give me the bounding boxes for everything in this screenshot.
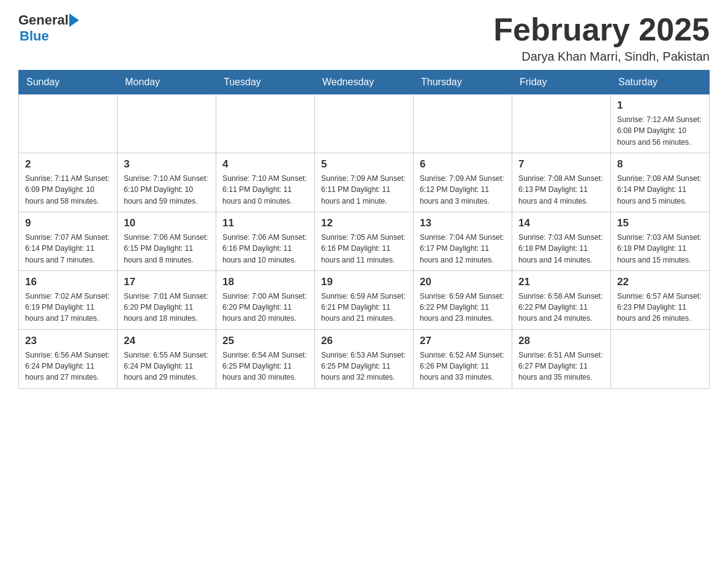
calendar-cell-w3-d2: 18Sunrise: 7:00 AM Sunset: 6:20 PM Dayli…: [216, 270, 315, 329]
day-info: Sunrise: 7:00 AM Sunset: 6:20 PM Dayligh…: [222, 291, 308, 324]
day-info: Sunrise: 7:07 AM Sunset: 6:14 PM Dayligh…: [25, 232, 111, 266]
calendar-cell-w1-d3: 5Sunrise: 7:09 AM Sunset: 6:11 PM Daylig…: [315, 153, 414, 212]
day-header-wednesday: Wednesday: [315, 71, 414, 94]
day-number: 8: [617, 158, 703, 170]
calendar-cell-w2-d4: 13Sunrise: 7:04 AM Sunset: 6:17 PM Dayli…: [414, 212, 512, 270]
day-header-saturday: Saturday: [611, 71, 710, 94]
calendar-cell-w2-d5: 14Sunrise: 7:03 AM Sunset: 6:18 PM Dayli…: [512, 212, 611, 270]
day-number: 20: [420, 276, 506, 288]
day-info: Sunrise: 7:09 AM Sunset: 6:12 PM Dayligh…: [420, 173, 506, 207]
day-info: Sunrise: 6:59 AM Sunset: 6:22 PM Dayligh…: [420, 291, 506, 324]
calendar-cell-w2-d1: 10Sunrise: 7:06 AM Sunset: 6:15 PM Dayli…: [118, 212, 216, 270]
calendar-cell-w3-d0: 16Sunrise: 7:02 AM Sunset: 6:19 PM Dayli…: [19, 270, 118, 329]
calendar-cell-w1-d4: 6Sunrise: 7:09 AM Sunset: 6:12 PM Daylig…: [414, 153, 512, 212]
day-number: 12: [321, 217, 407, 229]
calendar-cell-w1-d6: 8Sunrise: 7:08 AM Sunset: 6:14 PM Daylig…: [611, 153, 710, 212]
day-info: Sunrise: 7:10 AM Sunset: 6:11 PM Dayligh…: [222, 173, 308, 207]
day-number: 15: [617, 217, 703, 229]
day-number: 4: [222, 158, 308, 170]
day-info: Sunrise: 7:09 AM Sunset: 6:11 PM Dayligh…: [321, 173, 407, 207]
day-number: 1: [617, 99, 703, 112]
day-number: 11: [222, 217, 308, 229]
calendar-cell-w1-d2: 4Sunrise: 7:10 AM Sunset: 6:11 PM Daylig…: [216, 153, 315, 212]
day-number: 5: [321, 158, 407, 170]
day-number: 24: [124, 335, 210, 347]
day-info: Sunrise: 6:52 AM Sunset: 6:26 PM Dayligh…: [420, 350, 506, 383]
day-info: Sunrise: 7:04 AM Sunset: 6:17 PM Dayligh…: [420, 232, 506, 266]
day-number: 21: [518, 276, 604, 288]
day-info: Sunrise: 6:56 AM Sunset: 6:24 PM Dayligh…: [25, 350, 111, 383]
page-header: General Blue February 2025 Darya Khan Ma…: [18, 12, 710, 64]
day-number: 13: [420, 217, 506, 229]
day-info: Sunrise: 7:12 AM Sunset: 6:08 PM Dayligh…: [617, 114, 703, 148]
calendar-week-1: 2Sunrise: 7:11 AM Sunset: 6:09 PM Daylig…: [19, 153, 710, 212]
calendar-cell-w1-d5: 7Sunrise: 7:08 AM Sunset: 6:13 PM Daylig…: [512, 153, 611, 212]
logo-arrow-icon: [69, 13, 79, 27]
calendar-cell-w2-d3: 12Sunrise: 7:05 AM Sunset: 6:16 PM Dayli…: [315, 212, 414, 270]
day-number: 23: [25, 335, 111, 347]
calendar-cell-w3-d3: 19Sunrise: 6:59 AM Sunset: 6:21 PM Dayli…: [315, 270, 414, 329]
calendar-cell-w1-d1: 3Sunrise: 7:10 AM Sunset: 6:10 PM Daylig…: [118, 153, 216, 212]
calendar-header: SundayMondayTuesdayWednesdayThursdayFrid…: [19, 71, 710, 94]
logo: General Blue: [18, 12, 79, 44]
calendar-week-4: 23Sunrise: 6:56 AM Sunset: 6:24 PM Dayli…: [19, 329, 710, 388]
calendar-cell-w4-d4: 27Sunrise: 6:52 AM Sunset: 6:26 PM Dayli…: [414, 329, 512, 388]
day-number: 16: [25, 276, 111, 288]
calendar-cell-w4-d2: 25Sunrise: 6:54 AM Sunset: 6:25 PM Dayli…: [216, 329, 315, 388]
day-info: Sunrise: 7:11 AM Sunset: 6:09 PM Dayligh…: [25, 173, 111, 207]
day-number: 9: [25, 217, 111, 229]
day-number: 2: [25, 158, 111, 170]
logo-general: General: [18, 12, 69, 28]
title-section: February 2025 Darya Khan Marri, Sindh, P…: [493, 12, 710, 64]
day-info: Sunrise: 7:08 AM Sunset: 6:13 PM Dayligh…: [518, 173, 604, 207]
calendar-cell-w2-d0: 9Sunrise: 7:07 AM Sunset: 6:14 PM Daylig…: [19, 212, 118, 270]
calendar-cell-w2-d2: 11Sunrise: 7:06 AM Sunset: 6:16 PM Dayli…: [216, 212, 315, 270]
calendar-week-2: 9Sunrise: 7:07 AM Sunset: 6:14 PM Daylig…: [19, 212, 710, 270]
calendar-cell-w3-d5: 21Sunrise: 6:58 AM Sunset: 6:22 PM Dayli…: [512, 270, 611, 329]
day-info: Sunrise: 7:06 AM Sunset: 6:16 PM Dayligh…: [222, 232, 308, 266]
day-number: 14: [518, 217, 604, 229]
calendar-cell-w1-d0: 2Sunrise: 7:11 AM Sunset: 6:09 PM Daylig…: [19, 153, 118, 212]
calendar-cell-w3-d4: 20Sunrise: 6:59 AM Sunset: 6:22 PM Dayli…: [414, 270, 512, 329]
day-header-monday: Monday: [118, 71, 216, 94]
calendar-cell-w2-d6: 15Sunrise: 7:03 AM Sunset: 6:18 PM Dayli…: [611, 212, 710, 270]
calendar-cell-w3-d6: 22Sunrise: 6:57 AM Sunset: 6:23 PM Dayli…: [611, 270, 710, 329]
day-number: 17: [124, 276, 210, 288]
calendar-cell-w0-d2: [216, 94, 315, 153]
day-number: 26: [321, 335, 407, 347]
calendar-cell-w4-d5: 28Sunrise: 6:51 AM Sunset: 6:27 PM Dayli…: [512, 329, 611, 388]
day-number: 10: [124, 217, 210, 229]
day-info: Sunrise: 7:05 AM Sunset: 6:16 PM Dayligh…: [321, 232, 407, 266]
calendar-cell-w0-d3: [315, 94, 414, 153]
day-header-sunday: Sunday: [19, 71, 118, 94]
calendar-subtitle: Darya Khan Marri, Sindh, Pakistan: [493, 50, 710, 64]
logo-blue: Blue: [20, 28, 49, 44]
day-info: Sunrise: 7:01 AM Sunset: 6:20 PM Dayligh…: [124, 291, 210, 324]
calendar-body: 1Sunrise: 7:12 AM Sunset: 6:08 PM Daylig…: [19, 94, 710, 388]
calendar-cell-w0-d6: 1Sunrise: 7:12 AM Sunset: 6:08 PM Daylig…: [611, 94, 710, 153]
day-number: 27: [420, 335, 506, 347]
day-info: Sunrise: 7:08 AM Sunset: 6:14 PM Dayligh…: [617, 173, 703, 207]
calendar-cell-w4-d0: 23Sunrise: 6:56 AM Sunset: 6:24 PM Dayli…: [19, 329, 118, 388]
calendar-table: SundayMondayTuesdayWednesdayThursdayFrid…: [18, 70, 710, 388]
day-header-thursday: Thursday: [414, 71, 512, 94]
calendar-week-0: 1Sunrise: 7:12 AM Sunset: 6:08 PM Daylig…: [19, 94, 710, 153]
day-info: Sunrise: 6:54 AM Sunset: 6:25 PM Dayligh…: [222, 350, 308, 383]
day-number: 7: [518, 158, 604, 170]
day-number: 19: [321, 276, 407, 288]
day-info: Sunrise: 6:55 AM Sunset: 6:24 PM Dayligh…: [124, 350, 210, 383]
day-info: Sunrise: 6:58 AM Sunset: 6:22 PM Dayligh…: [518, 291, 604, 324]
calendar-cell-w0-d0: [19, 94, 118, 153]
day-info: Sunrise: 6:53 AM Sunset: 6:25 PM Dayligh…: [321, 350, 407, 383]
day-number: 22: [617, 276, 703, 288]
day-number: 25: [222, 335, 308, 347]
day-number: 3: [124, 158, 210, 170]
day-info: Sunrise: 7:03 AM Sunset: 6:18 PM Dayligh…: [518, 232, 604, 266]
calendar-cell-w4-d6: [611, 329, 710, 388]
day-header-tuesday: Tuesday: [216, 71, 315, 94]
day-info: Sunrise: 6:57 AM Sunset: 6:23 PM Dayligh…: [617, 291, 703, 324]
day-info: Sunrise: 7:03 AM Sunset: 6:18 PM Dayligh…: [617, 232, 703, 266]
calendar-cell-w0-d1: [118, 94, 216, 153]
day-info: Sunrise: 7:02 AM Sunset: 6:19 PM Dayligh…: [25, 291, 111, 324]
calendar-week-3: 16Sunrise: 7:02 AM Sunset: 6:19 PM Dayli…: [19, 270, 710, 329]
